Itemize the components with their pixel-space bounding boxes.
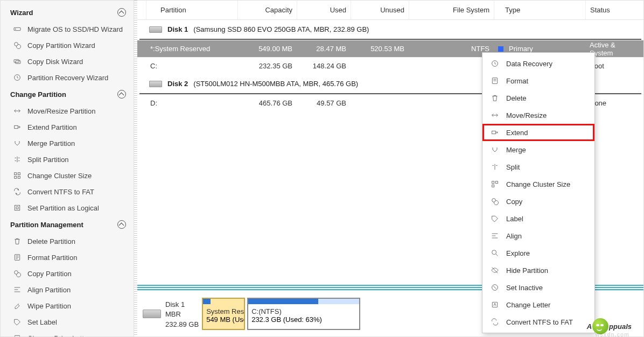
disk-map-size: 232.89 GB [165,320,199,329]
extend-icon [12,122,22,132]
svg-rect-4 [16,61,20,64]
disk-map-partition-c[interactable]: C:(NTFS) 232.3 GB (Used: 63%) [247,298,360,330]
menu-item-convert-ntfs-to-fat[interactable]: Convert NTFS to FAT [482,313,594,331]
menu-item-move-resize[interactable]: Move/Resize [482,107,594,124]
menu-item-split[interactable]: Split [482,158,594,175]
sidebar-item-set-label[interactable]: Set Label [1,314,134,330]
menu-item-label: Explore [506,249,530,257]
sidebar-item-delete[interactable]: Delete Partition [1,233,134,249]
svg-point-21 [492,199,496,202]
menu-item-copy[interactable]: Copy [482,193,594,210]
sidebar-item-format[interactable]: Format Partition [1,249,134,265]
trash-icon [490,93,500,103]
menu-item-set-inactive[interactable]: Set Inactive [482,279,594,296]
menu-item-explore[interactable]: Explore [482,244,594,262]
chevron-up-icon [117,220,126,229]
label-icon [12,317,22,327]
merge-icon [12,138,22,148]
convert-icon [490,317,500,327]
sidebar-item-extend[interactable]: Extend Partition [1,119,134,135]
item-label: Merge Partition [27,139,75,148]
menu-item-label: Label [506,215,523,223]
menu-item-change-cluster-size[interactable]: Change Cluster Size [482,175,594,193]
svg-rect-10 [18,176,20,178]
sidebar-item-wipe[interactable]: Wipe Partition [1,298,134,314]
convert-icon [12,187,22,196]
cell-partition: *:System Reserved [146,45,237,53]
menu-item-hide-partition[interactable]: Hide Partition [482,262,594,279]
menu-item-label: Merge [506,146,526,154]
svg-rect-7 [15,173,17,175]
sidebar-item-convert-ntfs[interactable]: Convert NTFS to FAT [1,184,134,200]
part-size: 549 MB (Use [206,315,241,324]
copy-icon [12,269,22,278]
menu-item-data-recovery[interactable]: Data Recovery [482,55,594,72]
col-partition[interactable]: Partition [146,1,238,19]
sidebar-item-split[interactable]: Split Partition [1,151,134,167]
menu-item-format[interactable]: Format [482,72,594,89]
resize-icon [12,106,22,116]
menu-item-label[interactable]: Label [482,210,594,227]
disk-map-partition-system[interactable]: System Res 549 MB (Use [202,298,245,330]
menu-item-merge[interactable]: Merge [482,141,594,158]
cell-used: 28.47 MB [297,45,351,53]
col-indicator[interactable] [137,1,146,19]
menu-item-label: Align [506,232,522,240]
menu-item-extend[interactable]: Extend [482,124,594,141]
sidebar-item-partition-recovery[interactable]: Partition Recovery Wizard [1,69,134,86]
format-icon [490,76,500,86]
menu-item-label: Change Letter [506,301,550,309]
sidebar-item-copy-disk-wizard[interactable]: Copy Disk Wizard [1,53,134,69]
col-type[interactable]: Type [494,1,586,19]
sidebar-item-merge[interactable]: Merge Partition [1,135,134,151]
part-size: 232.3 GB (Used: 63%) [251,315,356,324]
sidebar-item-cluster-size[interactable]: Change Cluster Size [1,167,134,184]
item-label: Align Partition [27,286,71,294]
sidebar-item-align[interactable]: Align Partition [1,282,134,298]
item-label: Copy Partition Wizard [27,41,95,50]
disk-name: Disk 1 [167,25,188,33]
col-used[interactable]: Used [297,1,351,19]
menu-item-delete[interactable]: Delete [482,89,594,107]
sidebar-item-copy-partition[interactable]: Copy Partition [1,265,134,282]
disk-desc: (ST500LM012 HN-M500MBB ATA, MBR, 465.76 … [193,80,358,88]
cell-capacity: 232.35 GB [237,62,297,70]
sidebar-item-copy-partition-wizard[interactable]: Copy Partition Wizard [1,37,134,53]
menu-item-label: Data Recovery [506,60,552,68]
menu-item-change-letter[interactable]: Change Letter [482,296,594,313]
cluster-icon [490,179,500,189]
copy-icon [12,40,22,50]
disk-icon [149,26,162,33]
item-label: Wipe Partition [27,302,71,310]
item-label: Set Label [27,318,57,326]
sidebar-item-set-logical[interactable]: Set Partition as Logical [1,200,134,216]
group-header-wizard[interactable]: Wizard [1,4,134,21]
svg-rect-20 [492,185,494,187]
sidebar-item-change-letter[interactable]: Change Drive Letter [1,330,134,336]
col-unused[interactable]: Unused [351,1,409,19]
menu-item-align[interactable]: Align [482,227,594,244]
item-label: Split Partition [27,156,69,164]
menu-item-label: Extend [506,129,528,137]
group-header-change[interactable]: Change Partition [1,86,134,103]
table-header: Partition Capacity Used Unused File Syst… [137,1,643,20]
col-status[interactable]: Status [586,1,643,19]
disk-row-1[interactable]: Disk 1 (Samsung SSD 860 EVO 250GB ATA, M… [137,20,643,39]
part-label: C:(NTFS) [251,307,356,315]
menu-item-label: Change Cluster Size [506,180,570,188]
group-header-management[interactable]: Partition Management [1,216,134,233]
cell-fs: NTFS [409,45,494,53]
group-title: Change Partition [10,90,66,99]
chevron-up-icon [117,8,126,17]
search-icon [490,248,500,258]
svg-point-1 [15,29,16,29]
col-filesystem[interactable]: File System [409,1,494,19]
col-capacity[interactable]: Capacity [238,1,297,19]
extend-icon [490,128,500,137]
item-label: Copy Partition [27,270,72,278]
cell-partition: C: [146,62,237,70]
trash-icon [12,236,22,246]
usage-bar [248,299,359,304]
sidebar-item-migrate-os[interactable]: Migrate OS to SSD/HD Wizard [1,21,134,37]
sidebar-item-move-resize[interactable]: Move/Resize Partition [1,103,134,119]
